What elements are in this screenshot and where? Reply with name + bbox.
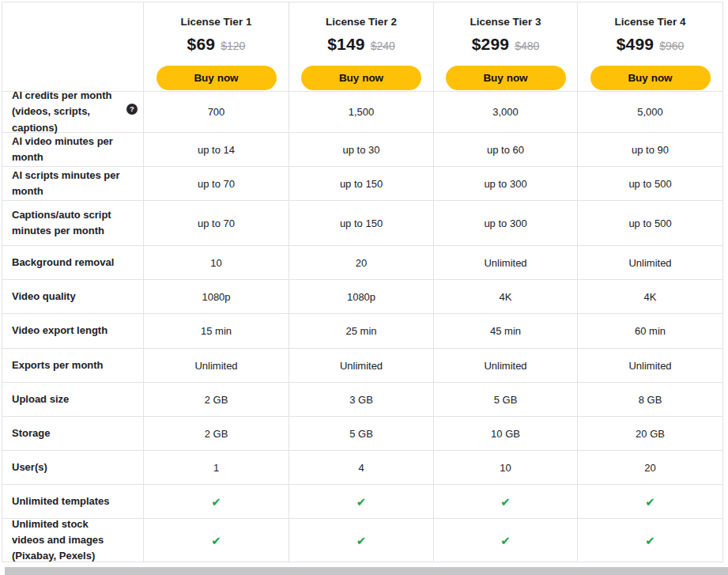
feature-value: up to 30 [289, 133, 434, 167]
tier-name: License Tier 2 [326, 16, 397, 28]
feature-check-cell: ✔ [144, 485, 289, 519]
feature-check-cell: ✔ [289, 519, 434, 562]
feature-value: 1,500 [289, 92, 434, 133]
feature-value: 5 GB [434, 383, 578, 417]
feature-check-cell: ✔ [434, 519, 578, 562]
feature-check-cell: ✔ [434, 485, 578, 519]
feature-check-cell: ✔ [289, 485, 434, 519]
feature-label-text: Video quality [12, 289, 76, 305]
feature-label-text: User(s) [12, 460, 47, 475]
feature-label-text: Exports per month [12, 357, 104, 373]
feature-label: User(s) [2, 451, 144, 485]
feature-value: 4 [289, 451, 434, 485]
tier-price-line: $149$240 [327, 35, 395, 54]
feature-value: 2 GB [144, 383, 289, 417]
tier-old-price: $480 [515, 40, 539, 52]
tier-name: License Tier 1 [181, 16, 252, 28]
feature-value: 3 GB [289, 383, 434, 417]
feature-label-text: AI video minutes per month [12, 134, 121, 165]
feature-value: up to 90 [578, 133, 722, 167]
feature-value: Unlimited [289, 349, 434, 383]
feature-value: Unlimited [578, 246, 722, 280]
feature-value: 5,000 [578, 92, 722, 133]
check-icon: ✔ [645, 535, 655, 547]
tier-column-header: License Tier 1$69$120Buy now [144, 2, 289, 92]
feature-label-text: Unlimited templates [12, 494, 110, 509]
feature-value: Unlimited [144, 349, 289, 383]
feature-value: 5 GB [289, 417, 434, 451]
help-icon[interactable]: ? [126, 104, 138, 115]
tier-price: $299 [472, 35, 510, 54]
buy-now-button[interactable]: Buy now [446, 66, 566, 90]
tier-price-line: $499$960 [617, 35, 685, 54]
feature-label-text: Upload size [12, 392, 69, 407]
feature-label: Upload size [2, 383, 144, 417]
feature-label-text: Unlimited stock videos and images (Pixab… [12, 516, 121, 564]
feature-label: Background removal [2, 246, 144, 280]
feature-value: 2 GB [144, 417, 289, 451]
feature-value: 4K [434, 280, 578, 314]
feature-value: up to 60 [434, 133, 578, 167]
tier-column-header: License Tier 2$149$240Buy now [289, 2, 434, 92]
feature-label: AI video minutes per month [2, 133, 144, 167]
feature-value: 20 [578, 451, 722, 485]
feature-check-cell: ✔ [578, 485, 722, 519]
feature-value: 3,000 [434, 92, 578, 133]
feature-label: AI scripts minutes per month [2, 167, 144, 201]
feature-value: 60 min [578, 314, 722, 349]
feature-value: 10 GB [434, 417, 578, 451]
check-icon: ✔ [356, 496, 367, 508]
feature-label: Video quality [2, 280, 144, 314]
feature-label-text: Captions/auto script minutes per month [12, 207, 121, 239]
feature-label-text: Video export length [12, 323, 108, 339]
tier-name: License Tier 3 [470, 16, 541, 28]
horizontal-scrollbar[interactable] [5, 567, 728, 575]
table-corner-cell [2, 2, 144, 92]
buy-now-button[interactable]: Buy now [157, 66, 277, 90]
feature-value: up to 300 [434, 167, 578, 201]
feature-label: Exports per month [2, 349, 144, 383]
feature-value: up to 500 [578, 167, 722, 201]
feature-value: 20 GB [578, 417, 722, 451]
check-icon: ✔ [356, 535, 367, 547]
feature-value: up to 500 [578, 201, 722, 246]
check-icon: ✔ [211, 535, 221, 547]
feature-value: up to 150 [289, 201, 434, 246]
tier-name: License Tier 4 [615, 16, 686, 28]
feature-value: 10 [434, 451, 578, 485]
feature-value: up to 300 [434, 201, 578, 246]
feature-label: Captions/auto script minutes per month [2, 201, 144, 246]
feature-label: Unlimited stock videos and images (Pixab… [2, 519, 144, 562]
feature-check-cell: ✔ [578, 519, 722, 562]
buy-now-button[interactable]: Buy now [301, 66, 421, 90]
buy-now-button[interactable]: Buy now [590, 66, 711, 90]
feature-value: Unlimited [578, 349, 722, 383]
feature-value: Unlimited [434, 349, 578, 383]
feature-check-cell: ✔ [144, 519, 289, 562]
tier-price: $499 [617, 35, 654, 54]
feature-value: 45 min [434, 314, 578, 349]
tier-old-price: $120 [221, 40, 245, 52]
feature-value: up to 70 [144, 201, 289, 246]
feature-label: AI credits per month (videos, scripts, c… [2, 92, 144, 133]
check-icon: ✔ [211, 496, 221, 508]
feature-value: up to 70 [144, 167, 289, 201]
feature-value: 8 GB [578, 383, 722, 417]
feature-value: 1 [144, 451, 289, 485]
feature-value: 20 [289, 246, 434, 280]
feature-label: Storage [2, 417, 144, 451]
check-icon: ✔ [645, 496, 655, 508]
feature-value: 700 [144, 92, 289, 133]
feature-label: Video export length [2, 314, 144, 349]
tier-column-header: License Tier 3$299$480Buy now [434, 2, 578, 92]
tier-column-header: License Tier 4$499$960Buy now [578, 2, 722, 92]
feature-label: Unlimited templates [2, 485, 144, 519]
feature-value: Unlimited [434, 246, 578, 280]
tier-price-line: $299$480 [472, 35, 540, 54]
feature-value: 15 min [144, 314, 289, 349]
pricing-comparison-table: License Tier 1$69$120Buy nowLicense Tier… [2, 2, 723, 562]
tier-price: $149 [327, 35, 365, 54]
check-icon: ✔ [500, 535, 511, 547]
feature-label-text: AI scripts minutes per month [12, 168, 121, 199]
feature-value: 10 [144, 246, 289, 280]
